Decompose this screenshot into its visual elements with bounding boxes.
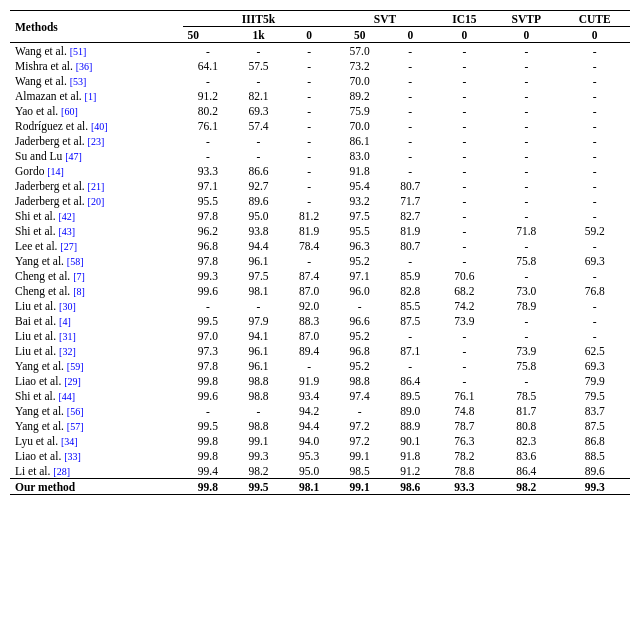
value-cell: - xyxy=(436,118,494,133)
table-row: Yang et al. [58]97.896.1-95.2--75.869.3 xyxy=(10,253,630,268)
method-cell: Our method xyxy=(10,479,183,495)
value-cell: - xyxy=(559,268,630,283)
method-cell: Yang et al. [58] xyxy=(10,253,183,268)
method-name: Li et al. xyxy=(15,465,53,477)
iiit5k-50-header: 50 xyxy=(183,27,234,43)
table-row: Lyu et al. [34]99.899.194.097.290.176.38… xyxy=(10,433,630,448)
method-cell: Yang et al. [57] xyxy=(10,418,183,433)
value-cell: 93.2 xyxy=(334,193,385,208)
value-cell: 99.6 xyxy=(183,283,234,298)
citation: [56] xyxy=(67,406,84,417)
value-cell: 70.0 xyxy=(334,118,385,133)
value-cell: 73.9 xyxy=(493,343,559,358)
value-cell: - xyxy=(436,193,494,208)
value-cell: - xyxy=(559,193,630,208)
value-cell: - xyxy=(334,298,385,313)
value-cell: - xyxy=(183,298,234,313)
table-row: Liu et al. [31]97.094.187.095.2---- xyxy=(10,328,630,343)
value-cell: 71.7 xyxy=(385,193,436,208)
citation: [40] xyxy=(91,121,108,132)
value-cell: 68.2 xyxy=(436,283,494,298)
method-cell: Wang et al. [51] xyxy=(10,43,183,59)
iiit5k-1k-header: 1k xyxy=(233,27,284,43)
value-cell: 81.9 xyxy=(385,223,436,238)
value-cell: 92.7 xyxy=(233,178,284,193)
table-row: Yao et al. [60]80.269.3-75.9---- xyxy=(10,103,630,118)
value-cell: - xyxy=(493,103,559,118)
citation: [47] xyxy=(65,151,82,162)
value-cell: 97.5 xyxy=(233,268,284,283)
value-cell: 91.2 xyxy=(183,88,234,103)
value-cell: 98.8 xyxy=(233,418,284,433)
citation: [27] xyxy=(60,241,77,252)
results-table: Methods IIIT5k SVT IC15 SVTP CUTE 50 1k … xyxy=(10,10,630,495)
value-cell: - xyxy=(233,43,284,59)
value-cell: - xyxy=(385,133,436,148)
value-cell: - xyxy=(284,358,335,373)
value-cell: - xyxy=(284,73,335,88)
value-cell: 82.1 xyxy=(233,88,284,103)
value-cell: 96.3 xyxy=(334,238,385,253)
value-cell: - xyxy=(559,238,630,253)
citation: [36] xyxy=(76,61,93,72)
value-cell: 69.3 xyxy=(559,253,630,268)
value-cell: 87.0 xyxy=(284,328,335,343)
value-cell: - xyxy=(493,193,559,208)
value-cell: 75.8 xyxy=(493,253,559,268)
value-cell: 96.8 xyxy=(334,343,385,358)
cute-0-header: 0 xyxy=(559,27,630,43)
method-name: Liao et al. xyxy=(15,450,64,462)
value-cell: - xyxy=(493,268,559,283)
value-cell: 87.0 xyxy=(284,283,335,298)
value-cell: - xyxy=(284,118,335,133)
value-cell: 96.1 xyxy=(233,358,284,373)
value-cell: 87.5 xyxy=(559,418,630,433)
value-cell: 86.1 xyxy=(334,133,385,148)
value-cell: 96.1 xyxy=(233,343,284,358)
value-cell: - xyxy=(284,148,335,163)
value-cell: - xyxy=(493,148,559,163)
value-cell: 87.4 xyxy=(284,268,335,283)
value-cell: 96.0 xyxy=(334,283,385,298)
value-cell: 99.8 xyxy=(183,479,234,495)
method-name: Lee et al. xyxy=(15,240,60,252)
ic15-0-header: 0 xyxy=(436,27,494,43)
value-cell: 98.5 xyxy=(334,463,385,479)
value-cell: 88.9 xyxy=(385,418,436,433)
value-cell: 95.5 xyxy=(334,223,385,238)
table-row: Gordo [14]93.386.6-91.8---- xyxy=(10,163,630,178)
value-cell: 95.5 xyxy=(183,193,234,208)
value-cell: 75.8 xyxy=(493,358,559,373)
citation: [57] xyxy=(67,421,84,432)
value-cell: 97.2 xyxy=(334,433,385,448)
value-cell: 83.7 xyxy=(559,403,630,418)
value-cell: - xyxy=(436,253,494,268)
table-row: Yang et al. [57]99.598.894.497.288.978.7… xyxy=(10,418,630,433)
value-cell: - xyxy=(385,73,436,88)
value-cell: 99.1 xyxy=(334,479,385,495)
method-cell: Li et al. [28] xyxy=(10,463,183,479)
value-cell: - xyxy=(559,133,630,148)
value-cell: 89.6 xyxy=(559,463,630,479)
value-cell: 95.0 xyxy=(284,463,335,479)
value-cell: 75.9 xyxy=(334,103,385,118)
value-cell: 95.4 xyxy=(334,178,385,193)
value-cell: 98.1 xyxy=(284,479,335,495)
table-row: Liao et al. [33]99.899.395.399.191.878.2… xyxy=(10,448,630,463)
value-cell: - xyxy=(559,148,630,163)
value-cell: 81.9 xyxy=(284,223,335,238)
value-cell: - xyxy=(284,88,335,103)
value-cell: 98.8 xyxy=(334,373,385,388)
value-cell: - xyxy=(183,148,234,163)
table-row: Shi et al. [44]99.698.893.497.489.576.17… xyxy=(10,388,630,403)
table-row: Jaderberg et al. [23]---86.1---- xyxy=(10,133,630,148)
table-row: Jaderberg et al. [21]97.192.7-95.480.7--… xyxy=(10,178,630,193)
value-cell: - xyxy=(436,163,494,178)
value-cell: 57.5 xyxy=(233,58,284,73)
table-row: Yang et al. [56]--94.2-89.074.881.783.7 xyxy=(10,403,630,418)
value-cell: 95.2 xyxy=(334,253,385,268)
value-cell: - xyxy=(385,253,436,268)
citation: [7] xyxy=(73,271,85,282)
value-cell: - xyxy=(385,88,436,103)
value-cell: - xyxy=(284,253,335,268)
